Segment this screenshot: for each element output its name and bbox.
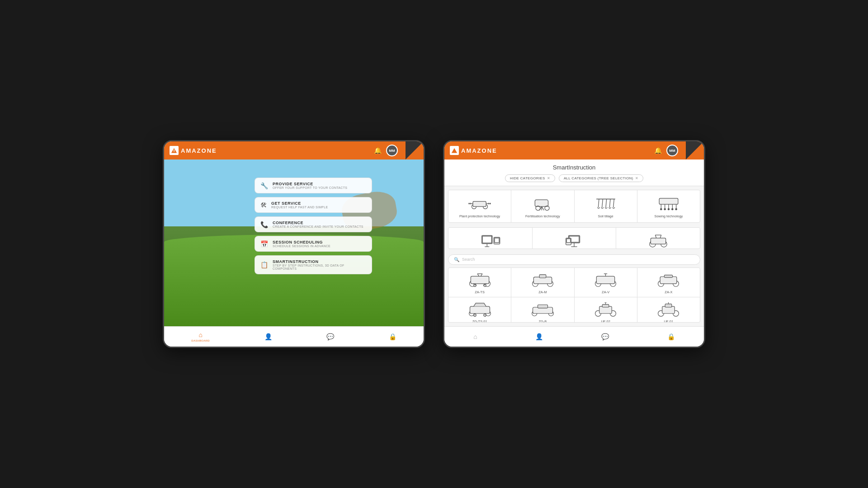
svg-rect-49 (651, 238, 665, 244)
menu-item-provide-service[interactable]: 🔧 PROVIDE SERVICE OFFER YOUR SUPPORT TO … (255, 178, 372, 193)
svg-line-56 (477, 274, 479, 276)
left-home-icon: ⌂ (198, 331, 202, 338)
menu-item-session-scheduling[interactable]: 📅 SESSION SCHEDULING SCHEDULE SESSIONS I… (255, 236, 372, 252)
right-nav-home[interactable]: ⌂ (470, 331, 481, 342)
svg-line-23 (613, 199, 614, 207)
za-v-icon (593, 272, 618, 288)
category-soil-tillage[interactable]: Soil tillage (575, 190, 637, 222)
category-terminals[interactable]: Terminals & Hardware (448, 228, 532, 249)
za-x-icon (656, 272, 681, 288)
smartinstruction-subtitle: STEP BY STEP INSTRUCTIONS, 3D DATA OF CO… (273, 264, 366, 270)
zg-b-icon (530, 302, 555, 318)
left-chat-icon: 💬 (326, 333, 334, 340)
hide-categories-label: HIDE CATEGORIES (510, 176, 545, 180)
svg-rect-5 (473, 202, 486, 207)
conference-icon: 📞 (260, 221, 268, 228)
svg-point-34 (675, 208, 677, 210)
product-za-v[interactable]: ZA-V (575, 268, 637, 297)
svg-line-21 (606, 199, 607, 207)
all-categories-x: ✕ (635, 176, 638, 180)
svg-point-79 (473, 314, 476, 316)
all-categories-filter[interactable]: ALL CATEGORIES (TREE SELECTION) ✕ (559, 174, 643, 182)
category-sowing[interactable]: Sowing technology (637, 190, 700, 222)
left-nav-chat[interactable]: 💬 (323, 331, 338, 342)
conference-text: CONFERENCE CREATE A CONFERENCE AND INVIT… (273, 221, 363, 228)
left-lock-icon: 🔒 (389, 333, 396, 340)
left-menu-list: 🔧 PROVIDE SERVICE OFFER YOUR SUPPORT TO … (255, 178, 372, 274)
plant-protection-label: Plant protection technology (459, 214, 500, 219)
left-user-avatar[interactable]: MM (386, 145, 398, 156)
svg-rect-24 (659, 198, 678, 204)
za-m-icon (530, 272, 555, 288)
uf-01-label: UF 01 (664, 319, 673, 323)
svg-rect-66 (539, 275, 546, 278)
product-zg-ts-01[interactable]: ZG-TS 01 (448, 297, 511, 323)
right-top-bar-right: 🔔 MM (654, 145, 678, 156)
filter-row: HIDE CATEGORIES ✕ ALL CATEGORIES (TREE S… (451, 174, 697, 182)
left-nav-home[interactable]: ⌂ DASHBOARD (188, 329, 213, 344)
product-za-x[interactable]: ZA-X (637, 268, 700, 297)
terminals-icon (479, 233, 501, 249)
soil-tillage-icon (594, 196, 617, 211)
svg-rect-12 (535, 200, 548, 206)
right-nav-person[interactable]: 👤 (532, 331, 547, 342)
get-service-icon: 🛠 (260, 202, 267, 209)
search-bar[interactable]: 🔍 Search (448, 254, 700, 265)
left-top-bar-right: 🔔 MM (374, 145, 398, 156)
product-za-m[interactable]: ZA-M (511, 268, 574, 297)
product-za-ts[interactable]: ZA-TS (448, 268, 511, 297)
hide-categories-filter[interactable]: HIDE CATEGORIES ✕ (505, 174, 555, 182)
left-nav-person[interactable]: 👤 (261, 331, 276, 342)
fertilisation-icon (531, 196, 554, 211)
right-nav-lock[interactable]: 🔒 (664, 331, 679, 342)
uf-02-label: UF 02 (601, 319, 610, 323)
right-nav-chat[interactable]: 💬 (598, 331, 613, 342)
svg-rect-69 (596, 277, 614, 284)
left-bottom-nav: ⌂ DASHBOARD 👤 💬 🔒 (164, 326, 424, 347)
session-scheduling-subtitle: SCHEDULE SESSIONS IN ADVANCE (273, 244, 330, 248)
svg-point-32 (668, 208, 669, 210)
za-m-label: ZA-M (538, 290, 547, 294)
svg-rect-38 (495, 238, 499, 243)
sowing-label: Sowing technology (654, 214, 683, 219)
category-fertilisation[interactable]: Fertilisation technology (511, 190, 574, 222)
right-user-avatar[interactable]: MM (666, 145, 678, 156)
right-top-bar: AMAZONE 🔔 MM (444, 141, 704, 160)
svg-line-20 (602, 199, 603, 207)
product-uf-02[interactable]: UF 02 (575, 297, 637, 323)
product-zg-b[interactable]: ZG-B (511, 297, 574, 323)
menu-item-conference[interactable]: 📞 CONFERENCE CREATE A CONFERENCE AND INV… (255, 216, 372, 232)
left-person-icon: 👤 (264, 333, 272, 340)
category-software[interactable]: Software (533, 228, 616, 249)
search-bar-container: 🔍 Search (444, 252, 704, 267)
left-notification-bell[interactable]: 🔔 (374, 147, 382, 154)
search-icon: 🔍 (454, 257, 459, 262)
all-categories-label: ALL CATEGORIES (TREE SELECTION) (564, 176, 633, 180)
soil-tillage-label: Soil tillage (598, 214, 613, 219)
right-notification-bell[interactable]: 🔔 (654, 147, 662, 154)
right-user-initials: MM (669, 149, 675, 153)
provide-service-title: PROVIDE SERVICE (273, 182, 347, 186)
provide-service-text: PROVIDE SERVICE OFFER YOUR SUPPORT TO YO… (273, 182, 347, 189)
svg-rect-84 (538, 305, 547, 308)
category-groundcare[interactable]: Groundcare equipment & Pasture managemen… (616, 228, 700, 249)
category-grid-top: Plant protection technology (448, 190, 700, 223)
category-plant-protection[interactable]: Plant protection technology (448, 190, 511, 222)
right-tablet: AMAZONE 🔔 MM SmartInstruction HIDE CATEG… (443, 140, 705, 348)
right-chat-icon: 💬 (601, 333, 609, 340)
za-ts-label: ZA-TS (475, 290, 485, 294)
left-top-bar: AMAZONE 🔔 MM (164, 141, 424, 160)
svg-marker-2 (451, 148, 458, 153)
right-lock-icon: 🔒 (667, 333, 675, 340)
plant-protection-icon (468, 196, 491, 211)
left-main-content: 🔧 PROVIDE SERVICE OFFER YOUR SUPPORT TO … (164, 160, 424, 326)
menu-item-smartinstruction[interactable]: 📋 SMARTINSTRUCTION STEP BY STEP INSTRUCT… (255, 255, 372, 274)
menu-item-get-service[interactable]: 🛠 GET SERVICE REQUEST HELP FAST AND SIMP… (255, 197, 372, 213)
svg-rect-36 (483, 236, 492, 243)
product-uf-01[interactable]: UF 01 (637, 297, 700, 323)
svg-line-22 (609, 199, 610, 207)
uf-02-icon (593, 302, 618, 318)
groundcare-icon (647, 233, 670, 249)
left-nav-lock[interactable]: 🔒 (385, 331, 400, 342)
svg-rect-78 (470, 306, 490, 314)
